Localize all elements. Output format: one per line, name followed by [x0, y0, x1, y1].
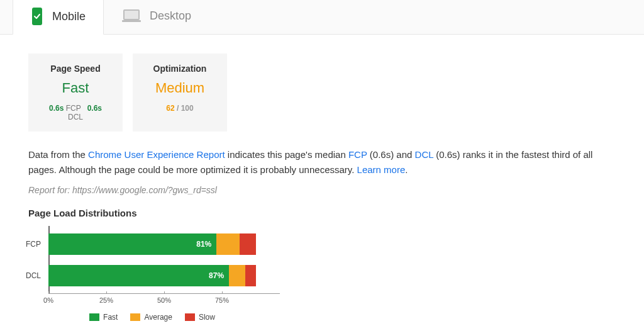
report-for-text: Report for: https://www.google.com/?gws_…: [28, 185, 616, 195]
bar-dcl-slow: [245, 265, 256, 286]
page-speed-card: Page Speed Fast 0.6s FCP 0.6s DCL: [28, 53, 123, 132]
bar-row-dcl: DCL 87%: [48, 265, 280, 286]
optimization-score-suffix: / 100: [175, 104, 194, 113]
legend-average-label: Average: [144, 313, 172, 322]
dcl-link[interactable]: DCL: [415, 149, 433, 160]
description-text: Data from the Chrome User Experience Rep…: [28, 147, 616, 177]
svg-rect-3: [122, 20, 141, 22]
swatch-average-icon: [130, 313, 140, 321]
desc-mid1: indicates this page's median: [225, 149, 348, 160]
dcl-label: DCL: [68, 113, 83, 121]
desc-period: .: [405, 164, 408, 175]
bar-fcp-slow: [240, 233, 256, 255]
optimization-card: Optimization Medium 62 / 100: [133, 53, 227, 132]
tick-25: 25%: [99, 296, 113, 304]
x-axis-ticks: 0% 25% 50% 75%: [48, 294, 280, 305]
tab-strip: Mobile Desktop: [0, 0, 644, 35]
tick-50: 50%: [157, 296, 171, 304]
legend-fast: Fast: [89, 313, 118, 322]
fcp-label: FCP: [66, 104, 81, 113]
bar-dcl-fast-pct: 87%: [209, 271, 224, 280]
bar-row-fcp: FCP 81%: [48, 233, 280, 255]
tick-75: 75%: [215, 296, 229, 304]
legend-average: Average: [130, 313, 172, 322]
crux-report-link[interactable]: Chrome User Experience Report: [88, 149, 225, 160]
legend-fast-label: Fast: [103, 313, 118, 322]
tab-mobile[interactable]: Mobile: [13, 0, 104, 35]
bar-fcp-fast: 81%: [48, 233, 216, 255]
dcl-value: 0.6s: [87, 104, 102, 113]
legend-slow-label: Slow: [199, 313, 215, 322]
tab-mobile-label: Mobile: [52, 10, 86, 23]
tab-desktop-label: Desktop: [150, 9, 191, 23]
bar-dcl-fast: 87%: [48, 265, 229, 286]
optimization-score: 62: [166, 104, 174, 113]
optimization-value: Medium: [148, 80, 212, 96]
svg-rect-2: [125, 11, 138, 19]
legend-slow: Slow: [185, 313, 215, 322]
bar-fcp-average: [216, 233, 239, 255]
desc-fcp-paren: (0.6s) and: [367, 149, 415, 160]
tick-0: 0%: [43, 296, 53, 304]
summary-cards: Page Speed Fast 0.6s FCP 0.6s DCL Optimi…: [28, 53, 616, 132]
bar-label-fcp: FCP: [26, 233, 41, 255]
chart-legend: Fast Average Slow: [48, 305, 256, 322]
content-area: Page Speed Fast 0.6s FCP 0.6s DCL Optimi…: [0, 35, 644, 326]
desktop-icon: [122, 7, 141, 25]
bar-dcl-average: [229, 265, 245, 286]
swatch-slow-icon: [185, 313, 195, 321]
learn-more-link[interactable]: Learn more: [357, 164, 406, 175]
swatch-fast-icon: [89, 313, 99, 321]
page-speed-value: Fast: [43, 80, 108, 96]
page-speed-footer: 0.6s FCP 0.6s DCL: [43, 104, 108, 121]
distribution-chart: FCP 81% DCL 87% 0% 25% 50% 75%: [28, 226, 280, 322]
chart-plot: FCP 81% DCL 87%: [48, 226, 280, 294]
fcp-value: 0.6s: [49, 104, 64, 113]
tab-desktop[interactable]: Desktop: [104, 0, 209, 34]
optimization-title: Optimization: [148, 64, 212, 74]
svg-rect-0: [32, 8, 42, 25]
desc-prefix: Data from the: [28, 149, 88, 160]
optimization-footer: 62 / 100: [148, 104, 212, 113]
fcp-link[interactable]: FCP: [348, 149, 367, 160]
bar-fcp-fast-pct: 81%: [196, 240, 211, 249]
page-speed-title: Page Speed: [43, 64, 108, 74]
bar-label-dcl: DCL: [26, 265, 41, 286]
distributions-title: Page Load Distributions: [28, 208, 616, 218]
mobile-icon: [31, 8, 43, 25]
